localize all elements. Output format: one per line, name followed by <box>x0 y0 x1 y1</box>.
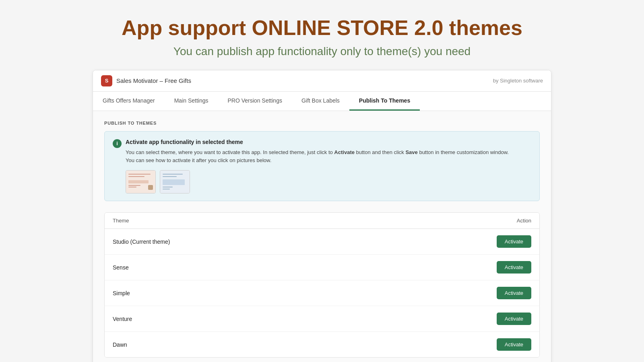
thumb-deco <box>128 187 136 187</box>
section-label: PUBLISH TO THEMES <box>104 121 540 125</box>
info-box-title: Activate app functionality in selected t… <box>126 139 509 145</box>
nav-tabs: Gifts Offers Manager Main Settings PRO V… <box>93 92 551 111</box>
thumb-deco <box>163 176 177 177</box>
info-body-middle: button and then click <box>355 149 405 155</box>
thumbnails <box>126 170 509 193</box>
tab-publish-themes[interactable]: Publish To Themes <box>349 92 420 111</box>
col-header-action: Action <box>517 218 531 224</box>
activate-btn-4[interactable]: Activate <box>497 338 531 351</box>
theme-row: Dawn Activate <box>105 332 539 357</box>
info-box-body: You can select theme, where you want to … <box>126 148 509 165</box>
thumb-deco <box>128 176 144 177</box>
tab-pro-settings[interactable]: PRO Version Settings <box>218 92 292 111</box>
app-logo-icon: S <box>101 75 112 86</box>
activate-btn-2[interactable]: Activate <box>497 287 531 299</box>
themes-table-header: Theme Action <box>105 213 539 229</box>
theme-name-2: Simple <box>113 290 130 296</box>
app-title: Sales Motivator – Free Gifts <box>116 77 191 84</box>
activate-btn-1[interactable]: Activate <box>497 261 531 274</box>
app-by-label: by Singleton software <box>493 78 543 84</box>
themes-table: Theme Action Studio (Current theme) Acti… <box>104 212 540 358</box>
thumb-deco <box>128 185 140 186</box>
info-body-suffix: button in theme customization window. <box>418 149 509 155</box>
thumb-deco <box>163 179 185 185</box>
info-icon: i <box>113 139 122 148</box>
theme-name-0: Studio (Current theme) <box>113 239 170 245</box>
app-window: S Sales Motivator – Free Gifts by Single… <box>93 70 551 362</box>
activate-btn-3[interactable]: Activate <box>497 313 531 325</box>
theme-row: Sense Activate <box>105 255 539 280</box>
activate-btn-0[interactable]: Activate <box>497 235 531 248</box>
theme-name-3: Venture <box>113 316 132 322</box>
info-body-prefix: You can select theme, where you want to … <box>126 149 334 155</box>
tab-main-settings[interactable]: Main Settings <box>165 92 218 111</box>
hero-section: App support ONLINE STORE 2.0 themes You … <box>0 0 644 70</box>
info-activate-bold: Activate <box>334 149 355 155</box>
thumb-deco <box>163 174 183 175</box>
thumbnail-2[interactable] <box>160 170 190 193</box>
hero-title: App support ONLINE STORE 2.0 themes <box>8 16 636 40</box>
thumb-deco <box>128 174 151 175</box>
thumb-deco <box>163 189 170 189</box>
theme-row: Venture Activate <box>105 306 539 332</box>
theme-name-4: Dawn <box>113 341 127 348</box>
theme-row: Studio (Current theme) Activate <box>105 229 539 255</box>
info-box: i Activate app functionality in selected… <box>104 131 540 201</box>
col-header-theme: Theme <box>113 218 129 224</box>
app-header: S Sales Motivator – Free Gifts by Single… <box>93 70 551 92</box>
info-body-line2: You can see how to activate it after you… <box>126 157 271 163</box>
info-save-bold: Save <box>405 149 417 155</box>
tab-gift-box[interactable]: Gift Box Labels <box>292 92 349 111</box>
thumbnail-1[interactable] <box>126 170 156 193</box>
thumb-deco <box>163 187 173 187</box>
thumb-deco <box>148 185 153 190</box>
main-content: PUBLISH TO THEMES i Activate app functio… <box>93 111 551 362</box>
info-box-content: Activate app functionality in selected t… <box>126 139 509 193</box>
theme-row: Simple Activate <box>105 280 539 306</box>
app-logo-area: S Sales Motivator – Free Gifts <box>101 75 191 86</box>
hero-subtitle: You can publish app functionality only t… <box>8 45 636 58</box>
info-box-header: i Activate app functionality in selected… <box>113 139 531 193</box>
thumb-deco <box>128 180 149 183</box>
theme-name-1: Sense <box>113 264 129 271</box>
tab-gifts-offers[interactable]: Gifts Offers Manager <box>93 92 165 111</box>
